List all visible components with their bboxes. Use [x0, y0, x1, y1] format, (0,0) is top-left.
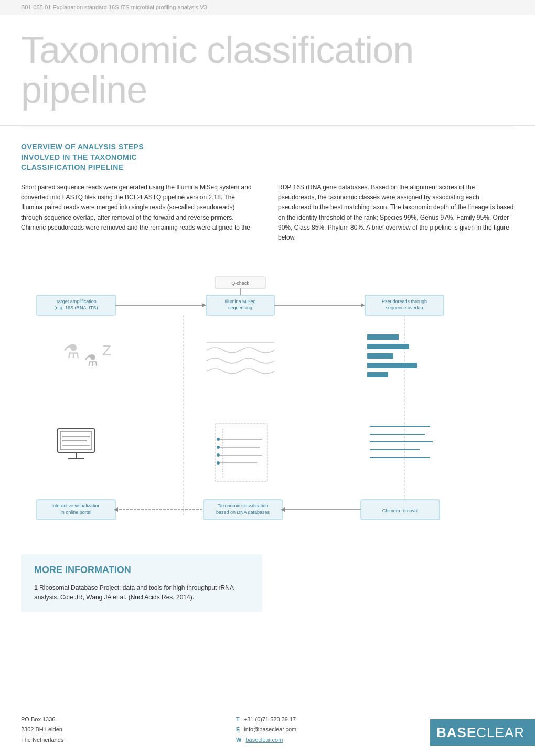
- svg-text:Pseudoreads through: Pseudoreads through: [382, 299, 427, 304]
- more-info-title: MORE INFORMATION: [34, 565, 249, 576]
- phone-label: T: [236, 716, 240, 722]
- phone-number: +31 (0)71 523 39 17: [244, 716, 296, 722]
- logo-text: BASECLEAR: [436, 725, 525, 741]
- reference-item: 1 Ribosomal Database Project: data and t…: [34, 583, 249, 602]
- web-label: W: [236, 737, 241, 743]
- svg-point-53: [217, 446, 220, 449]
- body-text-left: Short paired sequence reads were generat…: [21, 182, 257, 243]
- svg-text:sequencing: sequencing: [228, 305, 252, 310]
- header-section: Taxonomic classification pipeline: [0, 15, 535, 126]
- svg-text:Target amplification: Target amplification: [56, 299, 97, 304]
- footer-address: PO Box 1336 2302 BH Leiden The Netherlan…: [0, 715, 215, 746]
- svg-text:based on DNA databases: based on DNA databases: [216, 510, 270, 515]
- svg-point-52: [217, 438, 220, 441]
- email-address: info@baseclear.com: [244, 726, 296, 732]
- svg-text:sequence overlap: sequence overlap: [386, 305, 423, 310]
- svg-point-54: [217, 453, 220, 457]
- svg-point-55: [217, 461, 220, 465]
- svg-rect-26: [367, 372, 388, 377]
- svg-rect-22: [367, 334, 399, 340]
- svg-rect-23: [367, 344, 409, 349]
- svg-text:Chimera removal: Chimera removal: [382, 508, 419, 513]
- svg-text:Z: Z: [102, 342, 111, 359]
- reference-text: Ribosomal Database Project: data and too…: [34, 584, 233, 601]
- email-line: E info@baseclear.com: [236, 725, 430, 735]
- main-title: Taxonomic classification pipeline: [21, 30, 514, 110]
- svg-text:Interactive visualization: Interactive visualization: [51, 503, 100, 509]
- svg-text:Taxonomic classification: Taxonomic classification: [218, 503, 269, 509]
- web-line: W baseclear.com: [236, 735, 430, 746]
- pipeline-diagram: Target amplification (e.g. 16S rRNA, ITS…: [21, 274, 514, 544]
- svg-rect-25: [367, 363, 417, 368]
- svg-marker-9: [361, 303, 365, 307]
- address-line2: 2302 BH Leiden: [21, 725, 215, 735]
- svg-text:Q-check: Q-check: [231, 280, 249, 286]
- svg-rect-24: [367, 353, 393, 359]
- email-label: E: [236, 726, 240, 732]
- address-line3: The Netherlands: [21, 735, 215, 746]
- section-heading: OVERVIEW OF ANALYSIS STEPS INVOLVED IN T…: [21, 142, 514, 173]
- body-text-columns: Short paired sequence reads were generat…: [21, 182, 514, 243]
- svg-text:in online portal: in online portal: [61, 510, 92, 515]
- body-text-right: RDP 16S rRNA gene databases. Based on th…: [278, 182, 514, 243]
- svg-text:⚗: ⚗: [63, 341, 80, 362]
- page: B01-068-01 Explanation standard 16S ITS …: [0, 0, 535, 756]
- svg-text:(e.g. 16S rRNA, ITS): (e.g. 16S rRNA, ITS): [54, 305, 98, 310]
- address-line1: PO Box 1336: [21, 715, 215, 725]
- top-bar: B01-068-01 Explanation standard 16S ITS …: [0, 0, 535, 15]
- content-section: OVERVIEW OF ANALYSIS STEPS INVOLVED IN T…: [0, 126, 535, 269]
- svg-text:⚗: ⚗: [84, 352, 98, 369]
- website-link[interactable]: baseclear.com: [245, 737, 283, 743]
- footer-logo: BASECLEAR: [430, 719, 535, 746]
- more-info-box: MORE INFORMATION 1 Ribosomal Database Pr…: [21, 554, 262, 612]
- footer-contact: T +31 (0)71 523 39 17 E info@baseclear.c…: [215, 715, 430, 746]
- footer: PO Box 1336 2302 BH Leiden The Netherlan…: [0, 709, 535, 756]
- svg-text:Illumina MiSeq: Illumina MiSeq: [224, 299, 255, 304]
- document-id: B01-068-01 Explanation standard 16S ITS …: [21, 4, 207, 10]
- phone-line: T +31 (0)71 523 39 17: [236, 715, 430, 725]
- svg-marker-4: [202, 303, 206, 307]
